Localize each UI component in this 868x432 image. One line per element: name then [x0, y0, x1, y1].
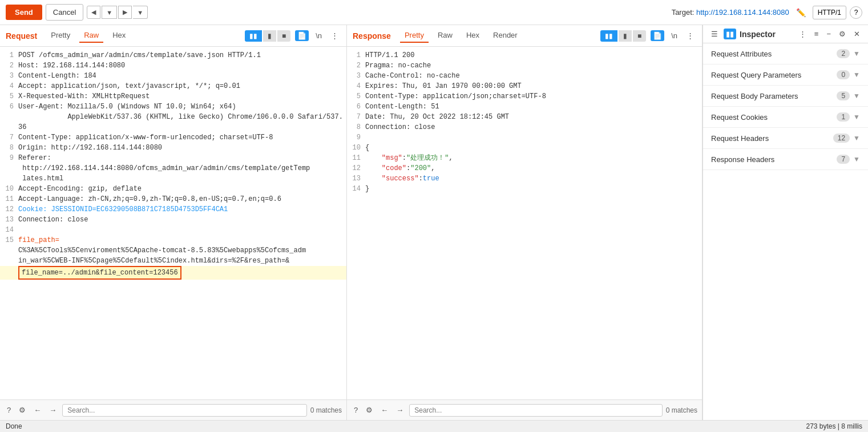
nav-forward-dropdown[interactable]: ▼	[133, 6, 148, 19]
request-view-full[interactable]: ■	[277, 30, 290, 42]
response-view-toggle: ▮▮ ▮ ■	[600, 30, 646, 42]
target-info: Target: http://192.168.114.144:8080	[672, 8, 789, 17]
inspector-row-response-headers[interactable]: Response Headers 7 ▼	[703, 149, 868, 170]
request-code-area[interactable]: 1 POST /ofcms_admin_war/admin/cms/templa…	[0, 47, 346, 399]
request-search-settings[interactable]: ⚙	[17, 405, 28, 415]
code-line-highlighted: file_name=../admin&file_content=123456	[0, 266, 346, 280]
response-paste-icon[interactable]: 📄	[651, 30, 664, 41]
code-line: 4 Expires: Thu, 01 Jan 1970 00:00:00 GMT	[347, 81, 702, 91]
tab-response-raw[interactable]: Raw	[433, 29, 457, 43]
http-version-button[interactable]: HTTP/1	[813, 6, 846, 19]
inspector-row-request-attributes[interactable]: Request Attributes 2 ▼	[703, 43, 868, 64]
code-line: 15 file_path=C%3A%5CTools%5Cenviroment%5…	[0, 235, 346, 266]
response-panel-header: Response Pretty Raw Hex Render ▮▮ ▮ ■ 📄 …	[347, 25, 702, 47]
response-more-icon[interactable]: ⋮	[684, 30, 696, 41]
code-line: 5 Content-Type: application/json;charset…	[347, 91, 702, 102]
response-view-split[interactable]: ▮	[619, 30, 632, 42]
request-more-icon[interactable]: ⋮	[329, 30, 341, 41]
response-search-prev[interactable]: ←	[378, 405, 390, 415]
response-search-settings[interactable]: ⚙	[364, 405, 375, 415]
response-view-normal[interactable]: ▮▮	[600, 30, 617, 42]
tab-request-hex[interactable]: Hex	[108, 29, 130, 43]
response-view-full[interactable]: ■	[633, 30, 646, 42]
code-line: 10 {	[347, 143, 702, 153]
request-search-matches: 0 matches	[310, 406, 342, 414]
request-search-help[interactable]: ?	[5, 405, 13, 415]
tab-response-pretty[interactable]: Pretty	[400, 29, 429, 43]
status-left: Done	[6, 422, 22, 430]
response-search-bar: ? ⚙ ← → 0 matches	[347, 399, 702, 420]
code-line: 14	[0, 225, 346, 235]
response-search-help[interactable]: ?	[352, 405, 360, 415]
code-line: 4 Accept: application/json, text/javascr…	[0, 81, 346, 91]
code-line: 13 "success":true	[347, 173, 702, 184]
inspector-row-query-params[interactable]: Request Query Parameters 0 ▼	[703, 64, 868, 86]
nav-forward-button[interactable]: ▶	[118, 6, 132, 19]
top-toolbar: Send Cancel ◀ ▼ ▶ ▼ Target: http://192.1…	[0, 0, 868, 25]
target-url[interactable]: http://192.168.114.144:8080	[696, 8, 789, 17]
request-paste-icon[interactable]: 📄	[295, 30, 309, 41]
nav-back-button[interactable]: ◀	[87, 6, 100, 19]
nav-back-dropdown[interactable]: ▼	[102, 6, 117, 19]
request-view-split[interactable]: ▮	[263, 30, 276, 42]
code-line: 2 Pragma: no-cache	[347, 60, 702, 71]
main-content: Request Pretty Raw Hex ▮▮ ▮ ■ 📄 \n ⋮ 1 P…	[0, 25, 868, 420]
code-line: 1 HTTP/1.1 200	[347, 50, 702, 60]
code-line: 11 Accept-Language: zh-CN,zh;q=0.9,zh-TW…	[0, 194, 346, 204]
request-newline-icon[interactable]: \n	[313, 30, 324, 41]
request-view-toggle: ▮▮ ▮ ■	[245, 30, 290, 42]
code-line: 13 Connection: close	[0, 215, 346, 225]
code-line: 7 Date: Thu, 20 Oct 2022 18:12:45 GMT	[347, 112, 702, 122]
status-bar: Done 273 bytes | 8 millis	[0, 420, 868, 432]
response-search-matches: 0 matches	[666, 406, 697, 414]
response-search-input[interactable]	[409, 404, 662, 417]
code-line: 7 Content-Type: application/x-www-form-u…	[0, 132, 346, 143]
inspector-header: ☰ ▮▮ Inspector ⋮ ≡ − ⚙ ✕	[703, 25, 868, 43]
inspector-close-btn[interactable]: ✕	[851, 29, 862, 39]
response-search-next[interactable]: →	[394, 405, 406, 415]
cancel-button[interactable]: Cancel	[46, 4, 83, 21]
tab-request-raw[interactable]: Raw	[79, 29, 103, 43]
tab-request-pretty[interactable]: Pretty	[46, 29, 75, 43]
code-line: 5 X-Requested-With: XMLHttpRequest	[0, 91, 346, 102]
response-newline-icon[interactable]: \n	[669, 30, 680, 41]
inspector-title: Inspector	[740, 30, 793, 39]
code-line: 11 "msg":"处理成功！",	[347, 153, 702, 163]
inspector-align-btn[interactable]: ≡	[812, 29, 821, 39]
inspector-minus-btn[interactable]: −	[824, 29, 833, 39]
code-line: 9 Referer: http://192.168.114.144:8080/o…	[0, 153, 346, 184]
inspector-settings-btn[interactable]: ⚙	[837, 29, 848, 39]
code-line: 2 Host: 192.168.114.144:8080	[0, 60, 346, 71]
inspector-items-list: Request Attributes 2 ▼ Request Query Par…	[703, 43, 868, 420]
response-code-area[interactable]: 1 HTTP/1.1 200 2 Pragma: no-cache 3 Cach…	[347, 47, 702, 399]
inspector-row-request-headers[interactable]: Request Headers 12 ▼	[703, 128, 868, 149]
code-line: 10 Accept-Encoding: gzip, deflate	[0, 184, 346, 194]
request-search-next[interactable]: →	[47, 405, 59, 415]
response-title: Response	[353, 31, 391, 41]
code-line: 14 }	[347, 184, 702, 194]
inspector-collapse-btn[interactable]: ⋮	[797, 29, 809, 39]
inspector-row-body-params[interactable]: Request Body Parameters 5 ▼	[703, 86, 868, 107]
request-panel: Request Pretty Raw Hex ▮▮ ▮ ■ 📄 \n ⋮ 1 P…	[0, 25, 347, 420]
edit-target-button[interactable]: ✏️	[793, 7, 809, 18]
help-button[interactable]: ?	[850, 6, 862, 19]
response-panel: Response Pretty Raw Hex Render ▮▮ ▮ ■ 📄 …	[347, 25, 703, 420]
inspector-detail-btn[interactable]: ▮▮	[724, 29, 736, 39]
tab-response-render[interactable]: Render	[488, 29, 522, 43]
code-line: 6 Content-Length: 51	[347, 102, 702, 112]
inspector-list-icon: ☰	[709, 29, 720, 39]
code-line: 3 Content-Length: 184	[0, 71, 346, 81]
request-search-prev[interactable]: ←	[31, 405, 43, 415]
code-line: 1 POST /ofcms_admin_war/admin/cms/templa…	[0, 50, 346, 60]
code-line: 12 Cookie: JSESSIONID=EC63290508B871C718…	[0, 204, 346, 215]
inspector-row-cookies[interactable]: Request Cookies 1 ▼	[703, 107, 868, 128]
request-search-bar: ? ⚙ ← → 0 matches	[0, 399, 346, 420]
send-button[interactable]: Send	[6, 5, 42, 20]
request-title: Request	[6, 31, 37, 41]
code-line: 8 Connection: close	[347, 122, 702, 132]
request-view-normal[interactable]: ▮▮	[245, 30, 262, 42]
request-search-input[interactable]	[62, 404, 306, 417]
code-line: 3 Cache-Control: no-cache	[347, 71, 702, 81]
tab-response-hex[interactable]: Hex	[462, 29, 484, 43]
inspector-panel: ☰ ▮▮ Inspector ⋮ ≡ − ⚙ ✕ Request Attribu…	[703, 25, 868, 420]
